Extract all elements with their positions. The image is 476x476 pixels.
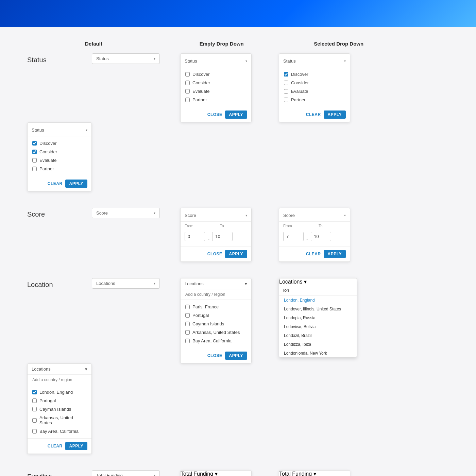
funding-default-chevron: ▾ [154, 474, 155, 476]
location-auto-search-input[interactable] [279, 285, 357, 296]
loc-sel-item-portugal[interactable]: Portugal [28, 396, 91, 405]
funding-row: Funding Total Funding ▾ Total Funding ▾ … [27, 470, 449, 476]
score-from-input[interactable] [185, 232, 205, 241]
status-ex-checkbox-partner[interactable] [32, 167, 37, 171]
main-content: Default Empty Drop Down Selected Drop Do… [0, 27, 476, 476]
loc-item-paris[interactable]: Paris, France [181, 303, 251, 311]
status-extra-header: Status ▾ [28, 126, 91, 136]
status-checkbox-consider[interactable] [185, 81, 190, 85]
status-empty-item-partner[interactable]: Partner [181, 96, 251, 104]
status-apply-button-2[interactable]: APPLY [324, 111, 346, 119]
score-to-label: To [220, 224, 247, 228]
funding-default-trigger[interactable]: Total Funding ▾ [92, 470, 160, 476]
status-empty-item-discover[interactable]: Discover [181, 70, 251, 79]
status-ex-item-consider[interactable]: Consider [28, 148, 91, 156]
location-close-button[interactable]: CLOSE [207, 352, 222, 360]
score-close-button[interactable]: CLOSE [207, 250, 222, 258]
status-close-button[interactable]: CLOSE [207, 111, 222, 119]
loc-item-arkansas[interactable]: Arkansas, United States [181, 328, 251, 337]
status-selected-list: Discover Consider Evaluate Partner [279, 67, 350, 107]
score-apply-button[interactable]: APPLY [225, 250, 247, 258]
loc-sel-checkbox-portugal[interactable] [32, 398, 37, 403]
status-sel-item-consider[interactable]: Consider [279, 79, 350, 87]
autocomplete-item-londover[interactable]: Londover, Illinois, United States [279, 305, 357, 313]
loc-sel-item-cayman[interactable]: Cayman Islands [28, 405, 91, 413]
location-sel-header: Locations ▾ [28, 364, 91, 375]
loc-item-portugal[interactable]: Portugal [181, 311, 251, 320]
status-sel-checkbox-partner[interactable] [284, 98, 288, 102]
loc-sel-item-london[interactable]: London, England [28, 388, 91, 396]
funding-selected-panel: Total Funding ▾ From To — $0$1,000,000 $… [279, 470, 350, 476]
score-to-input[interactable] [212, 232, 233, 241]
score-label: Score [27, 208, 82, 218]
status-empty-panel: Status ▾ Discover Consider Evaluate Part… [180, 53, 252, 122]
loc-checkbox-bayarea[interactable] [185, 339, 190, 343]
status-ex-checkbox-evaluate[interactable] [32, 158, 37, 163]
loc-sel-checkbox-bayarea[interactable] [32, 429, 37, 434]
autocomplete-item-londopia[interactable]: Londopia, Russia [279, 313, 357, 322]
loc-sel-checkbox-cayman[interactable] [32, 407, 37, 411]
location-selected-panel: Locations ▾ London, England Portugal Cay… [27, 363, 92, 454]
status-empty-item-evaluate[interactable]: Evaluate [181, 87, 251, 96]
status-sel-checkbox-consider[interactable] [284, 81, 288, 85]
funding-default-label: Total Funding [96, 473, 123, 476]
location-clear-button[interactable]: CLEAR [48, 442, 63, 450]
score-selected-chevron: ▾ [344, 214, 346, 217]
loc-checkbox-cayman[interactable] [185, 322, 190, 326]
status-sel-item-evaluate[interactable]: Evaluate [279, 87, 350, 96]
status-sel-checkbox-discover[interactable] [284, 72, 288, 76]
status-extra-footer: CLEAR APPLY [28, 176, 91, 191]
location-apply-button[interactable]: APPLY [225, 352, 247, 360]
loc-checkbox-arkansas[interactable] [185, 330, 190, 335]
score-apply-button-2[interactable]: APPLY [324, 250, 346, 258]
status-ex-item-evaluate[interactable]: Evaluate [28, 156, 91, 165]
loc-checkbox-portugal[interactable] [185, 313, 190, 318]
status-sel-checkbox-evaluate[interactable] [284, 89, 288, 94]
status-default-trigger[interactable]: Status ▾ [92, 53, 160, 64]
autocomplete-item-london[interactable]: London, England [279, 296, 357, 305]
status-clear-button-2[interactable]: CLEAR [48, 180, 63, 188]
loc-checkbox-paris[interactable] [185, 305, 190, 309]
autocomplete-item-lodovivar[interactable]: Lodovivar, Bolivia [279, 322, 357, 331]
loc-item-cayman[interactable]: Cayman Islands [181, 320, 251, 328]
status-extra-title: Status [32, 128, 44, 133]
status-clear-button[interactable]: CLEAR [306, 111, 321, 119]
autocomplete-item-londizza[interactable]: Londizza, Ibiza [279, 340, 357, 349]
status-apply-button-3[interactable]: APPLY [65, 180, 87, 188]
loc-sel-checkbox-london[interactable] [32, 390, 37, 394]
autocomplete-item-londazil[interactable]: Londazil, Brazil [279, 331, 357, 340]
loc-sel-checkbox-arkansas[interactable] [32, 418, 37, 423]
status-empty-item-consider[interactable]: Consider [181, 79, 251, 87]
col-header-selected-drop: Selected Drop Down [314, 41, 428, 47]
status-empty-chevron: ▾ [245, 59, 247, 63]
status-checkbox-evaluate[interactable] [185, 89, 190, 94]
status-ex-item-partner[interactable]: Partner [28, 165, 91, 173]
location-apply-button-2[interactable]: APPLY [65, 442, 87, 450]
status-ex-item-discover[interactable]: Discover [28, 139, 91, 148]
loc-sel-item-bayarea[interactable]: Bay Area, California [28, 427, 91, 436]
score-sel-from-input[interactable] [283, 232, 304, 241]
col-header-default: Default [85, 41, 200, 47]
funding-empty-chevron: ▾ [215, 471, 218, 476]
score-sel-dash: - [306, 236, 308, 242]
location-sel-search-input[interactable] [28, 375, 91, 385]
location-search-input[interactable] [181, 289, 251, 300]
status-checkbox-discover[interactable] [185, 72, 190, 76]
status-sel-item-discover[interactable]: Discover [279, 70, 350, 79]
status-selected-panel: Status ▾ Discover Consider Evaluate Part… [279, 53, 350, 122]
location-default-trigger[interactable]: Locations ▾ [92, 278, 160, 289]
score-clear-button[interactable]: CLEAR [306, 250, 321, 258]
status-ex-checkbox-consider[interactable] [32, 150, 37, 154]
score-sel-from-label: From [283, 224, 310, 228]
score-from-label: From [185, 224, 212, 228]
score-default-trigger[interactable]: Score ▾ [92, 208, 160, 218]
loc-sel-item-arkansas[interactable]: Arkansas, United States [28, 413, 91, 427]
funding-empty-header: Total Funding ▾ [181, 471, 251, 476]
score-sel-to-input[interactable] [311, 232, 331, 241]
status-checkbox-partner[interactable] [185, 98, 190, 102]
loc-item-bayarea[interactable]: Bay Area, California [181, 337, 251, 345]
status-apply-button[interactable]: APPLY [225, 111, 247, 119]
autocomplete-item-londonlonda[interactable]: Londonlonda, New York [279, 349, 357, 357]
status-sel-item-partner[interactable]: Partner [279, 96, 350, 104]
status-ex-checkbox-discover[interactable] [32, 141, 37, 146]
